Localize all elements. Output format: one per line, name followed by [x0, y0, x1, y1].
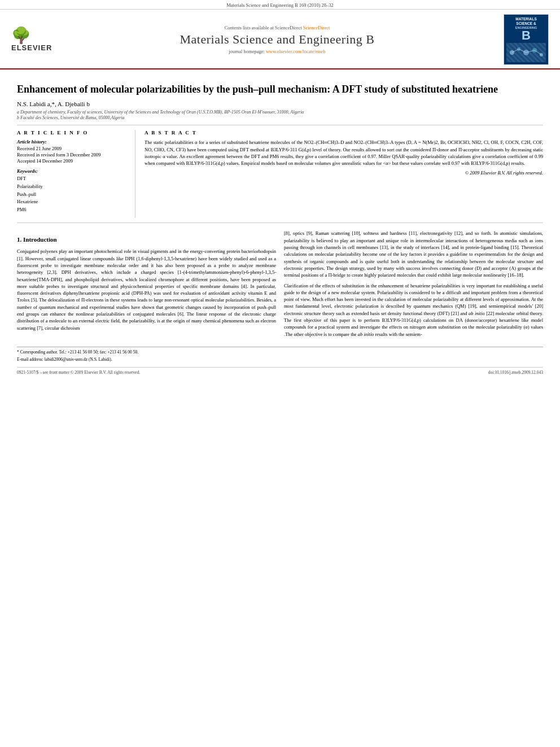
journal-header: 🌳 ELSEVIER Contents lists available at S…	[0, 10, 560, 69]
affiliation-a: a Department of chemistry, Faculty of sc…	[17, 110, 543, 115]
keyword-push-pull: Push–pull	[17, 191, 36, 197]
keywords-block: Keywords: DFT Polarizability Push–pull H…	[17, 168, 127, 213]
cover-title-2: SCIENCE &	[516, 21, 536, 26]
divider-1	[17, 125, 543, 125]
corresponding-author-note: * Corresponding author. Tel.: +213 41 56…	[17, 350, 543, 356]
keyword-polarizability: Polarizability	[17, 184, 43, 189]
journal-citation-bar: Materials Science and Engineering B 169 …	[0, 0, 560, 10]
email-note: E-mail address: labidi2006@univ-usto.dz …	[17, 357, 543, 363]
elsevier-tree-icon: 🌳	[11, 28, 31, 43]
keywords-label: Keywords:	[17, 168, 127, 174]
abstract-panel: A B S T R A C T The static polarizabilit…	[145, 130, 543, 218]
cover-b: B	[522, 29, 531, 42]
received-date: Received 21 June 2009	[17, 146, 127, 151]
body-columns: 1. Introduction Conjugated polyenes play…	[17, 230, 543, 341]
footer-bottom: 0921-5107/$ – see front matter © 2009 El…	[17, 367, 543, 375]
section-1-title: 1. Introduction	[17, 235, 276, 244]
journal-cover-image: MATERIALS SCIENCE & ENGINEERING B	[504, 14, 549, 65]
article-history-block: Article history: Received 21 June 2009 R…	[17, 139, 127, 164]
article-info-panel: A R T I C L E I N F O Article history: R…	[17, 130, 135, 218]
affiliation-b: b Faculté des Sciences, Université de Ba…	[17, 115, 543, 120]
keyword-dft: DFT	[17, 176, 26, 181]
author-list: N.S. Labidi a,*, A. Djebaili b	[17, 101, 90, 107]
footnote-divider	[17, 347, 543, 347]
cover-image-area	[506, 43, 546, 62]
keyword-hexatriene: Hexatriene	[17, 199, 38, 204]
accepted-date: Accepted 14 December 2009	[17, 158, 127, 164]
body-right-column: [8], optics [9], Raman scattering [10], …	[284, 230, 543, 341]
authors: N.S. Labidi a,*, A. Djebaili b	[17, 101, 543, 107]
keywords-list: DFT Polarizability Push–pull Hexatriene …	[17, 175, 127, 213]
elsevier-logo: 🌳 ELSEVIER	[11, 28, 51, 52]
homepage-url[interactable]: www.elsevier.com/locate/mseb	[266, 49, 326, 54]
journal-title: Materials Science and Engineering B	[51, 32, 504, 47]
history-label: Article history:	[17, 139, 127, 145]
article-title: Enhancement of molecular polarizabilitie…	[17, 83, 543, 96]
body-para-2: [8], optics [9], Raman scattering [10], …	[284, 230, 543, 278]
elsevier-name: ELSEVIER	[11, 43, 52, 52]
sciencedirect-line: Contents lists available at ScienceDirec…	[51, 25, 504, 30]
article-info-abstract-row: A R T I C L E I N F O Article history: R…	[17, 130, 543, 218]
body-para-3: Clarification of the effects of substitu…	[284, 282, 543, 338]
main-content: Enhancement of molecular polarizabilitie…	[0, 69, 560, 381]
article-info-heading: A R T I C L E I N F O	[17, 130, 127, 136]
revised-date: Received in revised form 3 December 2009	[17, 152, 127, 158]
abstract-heading: A B S T R A C T	[145, 130, 543, 136]
footer-doi: doi:10.1016/j.mseb.2009.12.043	[488, 370, 543, 375]
affiliations: a Department of chemistry, Faculty of sc…	[17, 110, 543, 120]
divider-2	[17, 222, 543, 223]
sciencedirect-link[interactable]: ScienceDirect	[303, 25, 330, 30]
svg-line-8	[535, 50, 541, 55]
body-para-1: Conjugated polyenes play an important ph…	[17, 248, 276, 331]
journal-header-center: Contents lists available at ScienceDirec…	[51, 25, 504, 54]
footer-copyright: 0921-5107/$ – see front matter © 2009 El…	[17, 370, 140, 375]
body-left-column: 1. Introduction Conjugated polyenes play…	[17, 230, 276, 341]
copyright-line: © 2009 Elsevier B.V. All rights reserved…	[145, 170, 543, 176]
cover-molecules-svg	[506, 45, 546, 60]
journal-citation: Materials Science and Engineering B 169 …	[226, 2, 334, 8]
abstract-text: The static polarizabilities α for a seri…	[145, 139, 543, 167]
cover-title-1: MATERIALS	[515, 17, 536, 21]
keyword-pm6: PM6	[17, 207, 27, 212]
journal-homepage: journal homepage: www.elsevier.com/locat…	[51, 49, 504, 54]
